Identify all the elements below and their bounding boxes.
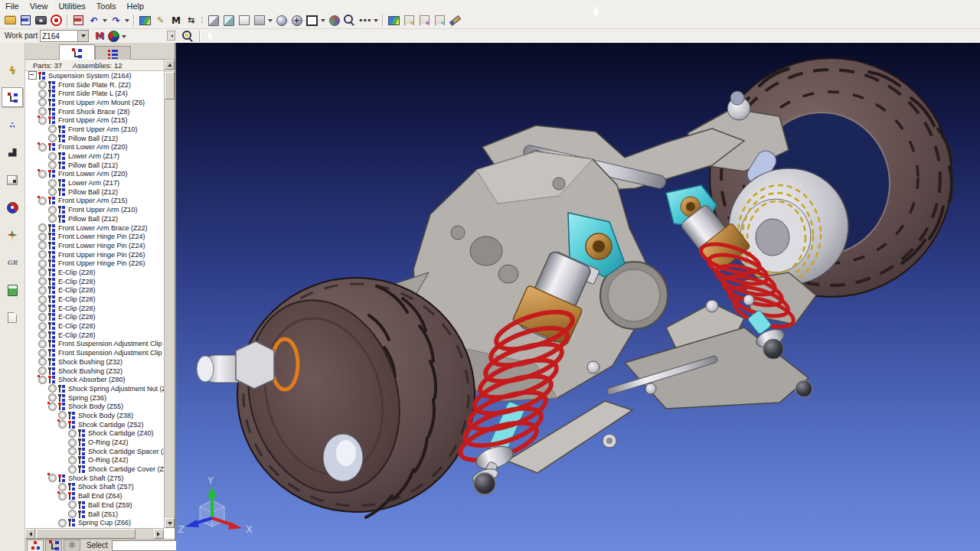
anchor-gear-icon[interactable] — [48, 187, 57, 196]
anchor-gear-icon[interactable] — [58, 492, 67, 500]
anchor-gear-icon[interactable] — [48, 152, 57, 161]
dropdown-caret-icon[interactable] — [267, 14, 273, 27]
tree-vertical-scrollbar[interactable] — [164, 60, 175, 528]
tree-item[interactable]: Shock Bushing (Z32) — [25, 357, 164, 367]
move-arrows-icon[interactable] — [5, 229, 20, 242]
assembly-tree-icon[interactable] — [5, 91, 20, 104]
gr-badge-icon[interactable] — [5, 256, 20, 269]
menu-help[interactable]: Help — [122, 2, 150, 11]
panel-tab-1[interactable] — [95, 46, 131, 60]
tree-item[interactable]: Front Lower Arm (Z20) — [25, 170, 164, 179]
tree-item[interactable]: Shock Shaft (Z75) — [25, 474, 164, 483]
tree-item[interactable]: Front Lower Arm (Z20) — [25, 143, 164, 152]
anchor-gear-icon[interactable] — [48, 161, 57, 169]
tree-item[interactable]: E-Clip (Z28) — [25, 286, 164, 295]
horizontal-scroll-thumb[interactable] — [36, 529, 136, 539]
tree-item[interactable]: Front Suspension Adjustment Clip (Z30) — [25, 340, 164, 349]
tree-item[interactable]: Front Upper Arm (Z10) — [25, 125, 164, 134]
move-arrows-button[interactable] — [2, 225, 23, 245]
workpart-input[interactable] — [41, 31, 77, 41]
tree-item[interactable]: Front Lower Arm Brace (Z22) — [25, 223, 164, 233]
flower-icon[interactable] — [65, 539, 80, 551]
tree-item[interactable]: Pillow Ball (Z12) — [25, 161, 164, 170]
tree-item[interactable]: Ball End (Z59) — [25, 500, 164, 510]
tree-item[interactable]: Lower Arm (Z17) — [25, 152, 164, 161]
tree-item[interactable]: Front Upper Hinge Pin (Z26) — [25, 250, 164, 259]
anchor-gear-icon[interactable] — [68, 465, 77, 474]
anchor-gear-icon[interactable] — [38, 322, 47, 331]
lightning-icon[interactable] — [5, 64, 20, 77]
anchor-gear-icon[interactable] — [38, 331, 47, 339]
decal-2-icon[interactable] — [417, 14, 432, 27]
anchor-gear-icon[interactable] — [68, 447, 77, 455]
anchor-gear-icon[interactable] — [38, 170, 47, 178]
select-cursor-icon[interactable] — [204, 30, 219, 43]
tree-item[interactable]: O-Ring (Z42) — [25, 438, 164, 447]
tree-item[interactable]: Front Shock Brace (Z8) — [25, 107, 164, 116]
anchor-gear-icon[interactable] — [58, 411, 67, 419]
assembly-tree-button[interactable] — [2, 87, 23, 107]
tree-item[interactable]: E-Clip (Z28) — [25, 331, 164, 340]
tree-item[interactable]: E-Clip (Z28) — [25, 277, 164, 286]
tree-item[interactable]: E-Clip (Z28) — [25, 295, 164, 304]
anchor-gear-icon[interactable] — [48, 393, 57, 402]
anchor-gear-icon[interactable] — [38, 197, 47, 205]
texture-image-icon[interactable] — [387, 14, 401, 27]
tree-item[interactable]: Shcok Cartidge (Z52) — [25, 420, 164, 429]
vertical-scroll-thumb[interactable] — [165, 72, 175, 99]
tree-item[interactable]: Shock Bushing (Z32) — [25, 367, 164, 376]
tree-item[interactable]: Shock Cartidge (Z40) — [25, 429, 164, 439]
dropdown-caret-icon[interactable] — [124, 14, 130, 27]
dropdown-caret-icon[interactable] — [102, 14, 108, 27]
anchor-gear-icon[interactable] — [38, 349, 47, 357]
tree-item[interactable]: Ball (Z61) — [25, 510, 164, 519]
iso-cube2-icon[interactable] — [221, 14, 236, 27]
anchor-gear-icon[interactable] — [48, 403, 57, 411]
calc-pad-button[interactable] — [2, 280, 23, 300]
flat-cube-icon[interactable] — [237, 14, 251, 27]
anchor-gear-icon[interactable] — [48, 179, 57, 187]
ref-arrow-button[interactable] — [2, 142, 23, 162]
tree-item[interactable]: Pillow Ball (Z12) — [25, 134, 164, 143]
anchor-gear-icon[interactable] — [38, 107, 47, 116]
collapse-box-icon[interactable] — [28, 71, 37, 80]
target-sphere-icon[interactable] — [289, 14, 304, 27]
menu-tools[interactable]: Tools — [91, 2, 122, 11]
anchor-gear-icon[interactable] — [38, 90, 47, 98]
anchor-gear-icon[interactable] — [38, 116, 47, 125]
dropdown-caret-icon[interactable] — [373, 14, 379, 27]
tree-item[interactable]: Shock Body (Z55) — [25, 402, 164, 411]
tree-item[interactable]: Shock Shaft (Z57) — [25, 483, 164, 492]
anchor-gear-icon[interactable] — [38, 233, 47, 241]
anchor-gear-icon[interactable] — [68, 500, 77, 509]
undo-icon[interactable] — [87, 14, 101, 27]
anchor-gear-icon[interactable] — [48, 125, 57, 133]
find-color-icon[interactable] — [92, 30, 106, 43]
tree-item[interactable]: Front Suspension Adjustment Clip (Z30) — [25, 348, 164, 357]
anchor-gear-icon[interactable] — [38, 259, 47, 268]
menu-view[interactable]: View — [24, 2, 54, 11]
decal-3-icon[interactable] — [433, 14, 447, 27]
constraint-dots-icon[interactable] — [5, 119, 20, 132]
status-tab-flower[interactable] — [64, 540, 80, 551]
tree-item[interactable]: Shock Cartidge Cover (Z46) — [25, 465, 164, 474]
anchor-gear-icon[interactable] — [38, 376, 47, 384]
anchor-gear-icon[interactable] — [38, 223, 47, 232]
scroll-down-button[interactable] — [165, 518, 175, 528]
sketch-edit-icon[interactable] — [153, 14, 168, 27]
menu-utilities[interactable]: Utilities — [53, 2, 90, 11]
scroll-up-button[interactable] — [165, 60, 175, 70]
anchor-gear-icon[interactable] — [38, 268, 47, 276]
note-sheet-icon[interactable] — [5, 311, 20, 324]
scroll-right-button[interactable] — [154, 529, 164, 539]
gr-badge-button[interactable] — [2, 253, 23, 272]
anchor-gear-icon[interactable] — [68, 510, 77, 518]
tree-item[interactable]: Front Upper Arm Mount (Z6) — [25, 98, 164, 107]
anchor-gear-icon[interactable] — [38, 367, 47, 375]
anchor-gear-icon[interactable] — [48, 206, 57, 214]
anchor-gear-icon[interactable] — [38, 295, 47, 304]
panel-tab-0[interactable] — [59, 44, 95, 60]
decal-1-icon[interactable] — [402, 14, 416, 27]
tree-item[interactable]: O-Ring (Z42) — [25, 456, 164, 465]
dropdown-caret-icon[interactable] — [320, 14, 326, 27]
